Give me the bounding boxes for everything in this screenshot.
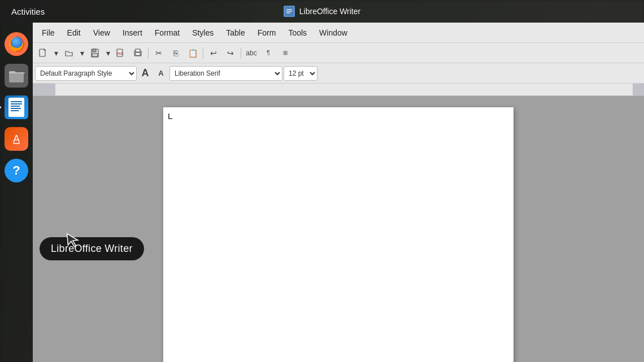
ruler-margin-right [633,84,644,95]
btn-more-1[interactable]: ¶ [260,45,276,61]
svg-point-7 [12,40,18,46]
btn-font-size-up[interactable]: A [138,66,153,81]
ruler-margin-left [33,84,55,95]
dock-item-files[interactable] [3,63,29,89]
svg-text:A: A [13,133,20,145]
firefox-icon [5,32,28,56]
dock-item-firefox[interactable] [3,31,29,57]
writer-window: File Edit View Insert Format Styles Tabl… [33,23,644,362]
standard-toolbar: ▾ ▾ ▾ PDF ✂ ⎘ 📋 ↩ ↪ abc [33,43,644,63]
svg-rect-2 [286,11,292,12]
btn-save-dropdown[interactable]: ▾ [104,45,112,61]
menu-window[interactable]: Window [314,26,353,40]
btn-open-dropdown[interactable]: ▾ [78,45,86,61]
activities-button[interactable]: Activities [11,7,45,16]
menubar: File Edit View Insert Format Styles Tabl… [33,23,644,43]
svg-rect-25 [136,53,140,55]
btn-new-dropdown[interactable]: ▾ [52,45,60,61]
doc-area[interactable]: L [33,96,644,362]
dock-item-appstore[interactable]: A [3,126,29,152]
format-toolbar: Default Paragraph Style A A Liberation S… [33,63,644,84]
svg-rect-24 [136,49,140,52]
doc-icon-svg [285,7,293,16]
doc-page: L [163,107,514,362]
window-title-text: LibreOffice Writer [299,7,360,16]
svg-rect-11 [11,101,22,102]
svg-rect-12 [11,103,22,104]
font-size-select[interactable]: 12 pt [284,66,317,81]
btn-redo[interactable]: ↪ [223,45,238,61]
svg-rect-3 [286,12,290,14]
corner-mark: L [168,112,173,121]
help-icon: ? [5,159,28,182]
btn-save[interactable] [87,45,103,61]
menu-view[interactable]: View [88,26,116,40]
svg-rect-20 [92,54,98,56]
files-icon [5,64,28,88]
menu-form[interactable]: Form [252,26,282,40]
btn-copy[interactable]: ⎘ [168,45,184,61]
btn-paste[interactable]: 📋 [185,45,201,61]
cursor-svg [66,232,81,250]
btn-more-2[interactable]: ⊞ [277,45,293,61]
btn-cut[interactable]: ✂ [151,45,167,61]
paragraph-style-select[interactable]: Default Paragraph Style [35,66,137,81]
svg-point-8 [13,41,15,43]
menu-styles[interactable]: Styles [186,26,219,40]
dock-item-writer[interactable] [3,94,29,120]
menu-insert[interactable]: Insert [117,26,148,40]
writer-icon [5,95,28,119]
appstore-svg: A [8,131,24,147]
window-title: LibreOffice Writer [284,6,360,17]
toolbar-sep-1 [148,47,149,59]
svg-rect-15 [11,110,19,111]
app-tooltip: LibreOffice Writer [40,237,144,260]
btn-print-preview[interactable] [130,45,146,61]
writer-svg [7,97,26,118]
firefox-svg [5,32,28,56]
app-icon [284,6,295,17]
svg-rect-9 [9,72,24,82]
btn-export-pdf[interactable]: PDF [113,45,129,61]
toolbar-sep-2 [203,47,203,59]
svg-rect-19 [93,49,96,52]
btn-undo[interactable]: ↩ [206,45,221,61]
toolbar-sep-3 [241,47,241,59]
dock-item-help[interactable]: ? [3,158,29,184]
svg-point-4 [5,32,28,56]
svg-rect-1 [286,9,292,10]
files-svg [8,68,25,83]
top-panel: Activities LibreOffice Writer [0,0,644,23]
svg-rect-14 [11,108,21,109]
svg-point-6 [11,38,20,47]
appstore-icon: A [5,127,28,151]
font-name-select[interactable]: Liberation Serif [169,66,282,81]
menu-tools[interactable]: Tools [282,26,312,40]
help-question-mark: ? [12,163,20,178]
menu-format[interactable]: Format [149,26,185,40]
menu-edit[interactable]: Edit [62,26,86,40]
menu-file[interactable]: File [36,26,60,40]
btn-new[interactable] [35,45,51,61]
btn-font-size-down[interactable]: A [154,66,168,81]
btn-open[interactable] [61,45,77,61]
ruler [33,84,644,96]
svg-text:PDF: PDF [118,52,123,55]
mouse-cursor [66,232,81,252]
svg-rect-13 [11,106,20,107]
menu-table[interactable]: Table [220,26,250,40]
btn-spellcheck[interactable]: abc [243,45,259,61]
ruler-marks [33,84,644,95]
svg-rect-10 [8,98,24,117]
ruler-content [55,84,633,95]
dock: A ? [0,23,33,362]
